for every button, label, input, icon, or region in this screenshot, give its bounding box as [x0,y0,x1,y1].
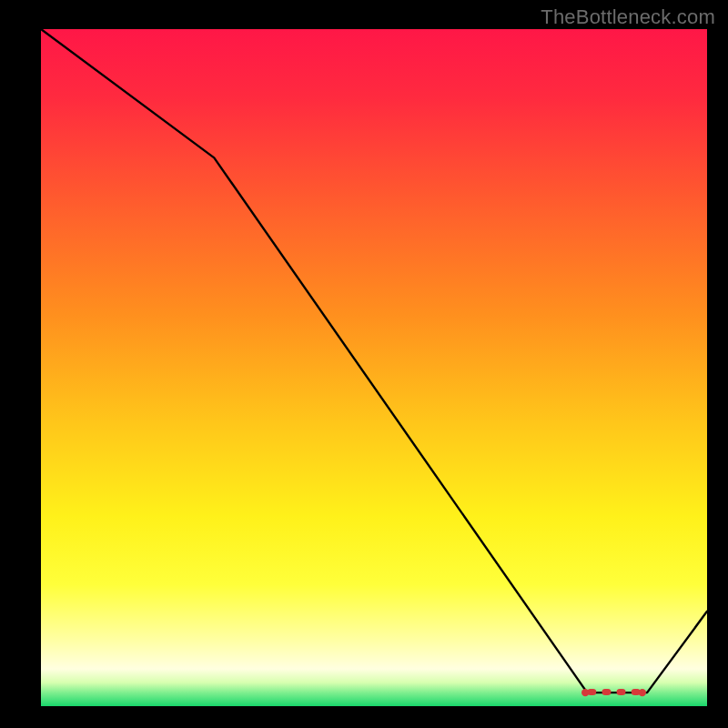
chart-frame: TheBottleneck.com [0,0,728,728]
watermark-label: TheBottleneck.com [541,5,715,29]
gradient-background [41,29,707,706]
trough-dash [602,689,611,695]
trough-dash [617,689,626,695]
trough-dot [581,689,589,696]
trough-dot [639,689,646,696]
plot-area [41,29,707,706]
chart-svg [41,29,707,706]
